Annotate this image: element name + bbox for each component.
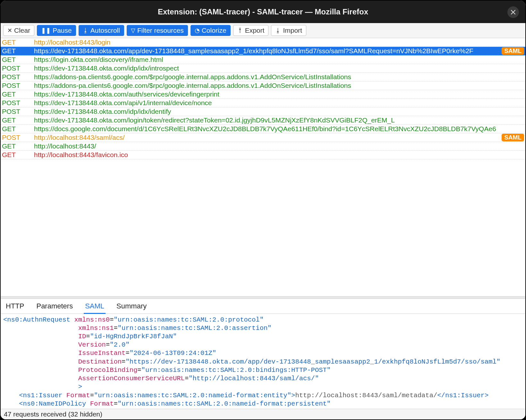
request-url: https://addons-pa.clients6.google.com/$r… [34, 73, 524, 81]
x-icon: ✕ [7, 28, 12, 33]
request-url: https://dev-17138448.okta.com/login/toke… [34, 116, 524, 124]
request-url: https://login.okta.com/discovery/iframe.… [34, 56, 524, 63]
tab-summary[interactable]: Summary [115, 299, 148, 314]
pause-label: Pause [53, 27, 72, 34]
splitter[interactable] [1, 296, 525, 299]
request-row[interactable]: POSThttps://dev-17138448.okta.com/api/v1… [1, 99, 525, 107]
request-url: https://dev-17138448.okta.com/idp/idx/id… [34, 108, 524, 115]
request-list[interactable]: GEThttp://localhost:8443/loginGEThttps:/… [1, 38, 525, 205]
request-url: https://dev-17138448.okta.com/idp/idx/in… [34, 64, 524, 72]
autoscroll-button[interactable]: ⭳Autoscroll [79, 25, 124, 36]
request-row[interactable]: POSThttps://addons-pa.clients6.google.co… [1, 81, 525, 90]
status-bar: 47 requests received (32 hidden) [1, 409, 525, 419]
request-row[interactable]: GEThttp://localhost:8443/favicon.ico [1, 151, 525, 159]
saml-badge: SAML [502, 47, 524, 55]
pause-icon: ❚❚ [41, 28, 51, 33]
request-method: POST [2, 82, 34, 89]
request-method: GET [2, 116, 34, 124]
close-icon [510, 9, 516, 15]
request-method: POST [2, 99, 34, 107]
request-row[interactable]: POSThttps://addons-pa.clients6.google.co… [1, 73, 525, 81]
filter-label: Filter resources [137, 27, 184, 34]
request-row[interactable]: GEThttps://docs.google.com/document/d/1C… [1, 125, 525, 133]
colorize-label: Colorize [202, 27, 226, 34]
request-row[interactable]: GEThttps://login.okta.com/discovery/ifra… [1, 55, 525, 64]
titlebar: Extension: (SAML-tracer) - SAML-tracer —… [1, 1, 525, 23]
request-url: http://localhost:8443/favicon.ico [34, 151, 524, 159]
clear-button[interactable]: ✕Clear [3, 25, 34, 36]
request-row[interactable]: GEThttp://localhost:8443/login [1, 38, 525, 47]
saml-detail-pane[interactable]: <ns0:AuthnRequest xmlns:ns0="urn:oasis:n… [1, 314, 525, 409]
empty-fill [1, 205, 525, 296]
request-url: https://docs.google.com/document/d/1C6Yc… [34, 125, 524, 133]
request-method: GET [2, 47, 34, 55]
request-url: https://dev-17138448.okta.com/api/v1/int… [34, 99, 524, 107]
request-row[interactable]: GEThttps://dev-17138448.okta.com/app/dev… [1, 47, 525, 55]
request-row[interactable]: GEThttps://dev-17138448.okta.com/login/t… [1, 116, 525, 125]
export-label: Export [245, 27, 265, 34]
clear-label: Clear [14, 27, 30, 34]
request-url: https://dev-17138448.okta.com/app/dev-17… [34, 47, 500, 55]
tab-saml[interactable]: SAML [84, 299, 106, 314]
import-button[interactable]: ⭳Import [271, 25, 306, 36]
request-row[interactable]: POSThttps://dev-17138448.okta.com/idp/id… [1, 107, 525, 116]
request-method: GET [2, 151, 34, 159]
request-method: GET [2, 125, 34, 133]
pause-button[interactable]: ❚❚Pause [37, 25, 76, 36]
request-method: POST [2, 134, 34, 141]
filter-icon: ▽ [131, 28, 135, 33]
request-method: GET [2, 38, 34, 46]
download-icon: ⭳ [83, 28, 89, 33]
import-icon: ⭳ [275, 28, 281, 33]
saml-badge: SAML [502, 134, 524, 141]
request-url: http://localhost:8443/ [34, 142, 524, 150]
request-row[interactable]: POSThttp://localhost:8443/saml/acs/SAML [1, 133, 525, 142]
import-label: Import [283, 27, 302, 34]
toolbar: ✕Clear ❚❚Pause ⭳Autoscroll ▽Filter resou… [1, 23, 525, 38]
request-method: GET [2, 56, 34, 63]
colorize-button[interactable]: ◔Colorize [191, 25, 231, 36]
request-method: GET [2, 142, 34, 150]
window-close-button[interactable] [507, 6, 519, 18]
request-url: https://dev-17138448.okta.com/auth/servi… [34, 90, 524, 98]
request-method: POST [2, 73, 34, 81]
request-method: GET [2, 90, 34, 98]
request-row[interactable]: POSThttps://dev-17138448.okta.com/idp/id… [1, 64, 525, 73]
app-window: Extension: (SAML-tracer) - SAML-tracer —… [0, 0, 526, 420]
request-url: https://addons-pa.clients6.google.com/$r… [34, 82, 524, 89]
export-icon: ⭱ [237, 28, 243, 33]
request-row[interactable]: GEThttp://localhost:8443/ [1, 142, 525, 151]
request-row[interactable]: GEThttps://dev-17138448.okta.com/auth/se… [1, 90, 525, 99]
detail-tabs: HTTP Parameters SAML Summary [1, 299, 525, 314]
drop-icon: ◔ [195, 28, 200, 33]
request-method: POST [2, 64, 34, 72]
tab-parameters[interactable]: Parameters [35, 299, 74, 314]
filter-button[interactable]: ▽Filter resources [127, 25, 188, 36]
request-url: http://localhost:8443/login [34, 38, 524, 46]
request-url: http://localhost:8443/saml/acs/ [34, 134, 500, 141]
autoscroll-label: Autoscroll [90, 27, 120, 34]
window-title: Extension: (SAML-tracer) - SAML-tracer —… [158, 7, 368, 16]
export-button[interactable]: ⭱Export [233, 25, 269, 36]
request-method: POST [2, 108, 34, 115]
tab-http[interactable]: HTTP [4, 299, 25, 314]
